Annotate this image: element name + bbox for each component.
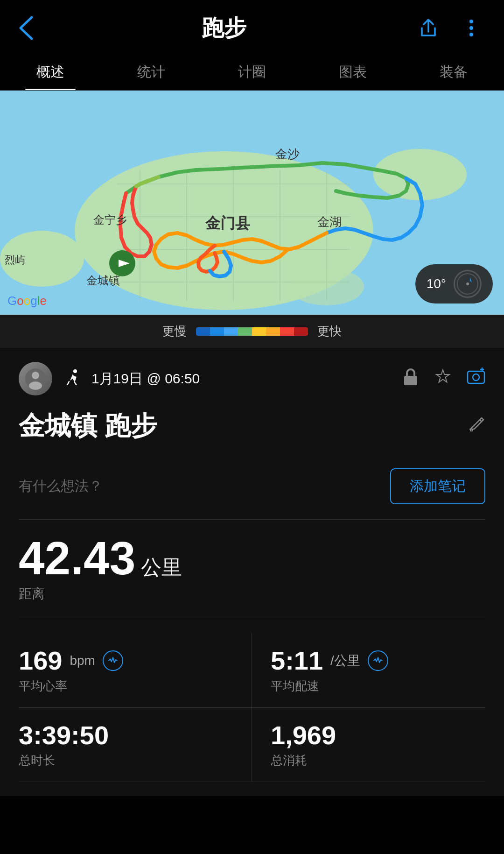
- header: 跑步: [0, 0, 504, 52]
- duration-value-row: 3:39:50: [19, 721, 233, 750]
- calories-value: 1,969: [271, 721, 336, 750]
- notes-row: 有什么想法？ 添加笔记: [19, 459, 485, 520]
- stats-grid: 169 bpm 平均心率 5:11 /公里: [19, 633, 485, 782]
- route-map: 金沙 金宁乡 金门县 金湖 金城镇 烈屿 Google 10°: [0, 91, 504, 315]
- tab-charts[interactable]: 图表: [302, 52, 403, 90]
- calories-label: 总消耗: [271, 752, 485, 769]
- svg-text:金沙: 金沙: [275, 147, 300, 161]
- activity-title: 金城镇 跑步: [19, 409, 157, 444]
- header-actions: [414, 14, 485, 42]
- pace-value: 5:11: [271, 646, 323, 675]
- activity-title-row: 金城镇 跑步: [19, 409, 485, 444]
- edit-title-button[interactable]: [469, 416, 485, 437]
- duration-cell: 3:39:50 总时长: [19, 708, 252, 783]
- activity-meta: 1月19日 @ 06:50: [19, 362, 485, 395]
- svg-point-29: [29, 381, 42, 390]
- compass-circle: [454, 270, 482, 298]
- svg-point-26: [466, 282, 469, 285]
- pace-label: 平均配速: [271, 678, 485, 694]
- compass-widget: 10°: [415, 264, 493, 303]
- calories-value-row: 1,969: [271, 721, 485, 750]
- activity-type-icon: [63, 368, 80, 389]
- svg-text:金湖: 金湖: [317, 215, 342, 229]
- tab-bar: 概述 统计 计圈 图表 装备: [0, 52, 504, 91]
- svg-point-1: [469, 26, 473, 30]
- pace-monitor-icon[interactable]: [368, 650, 388, 671]
- heart-rate-value-row: 169 bpm: [19, 646, 233, 675]
- heart-rate-monitor-icon[interactable]: [103, 650, 123, 671]
- tab-laps[interactable]: 计圈: [202, 52, 302, 90]
- lock-button[interactable]: [402, 367, 419, 390]
- speed-gradient-bar: [196, 327, 308, 336]
- add-photo-button[interactable]: [467, 367, 485, 390]
- svg-text:金宁乡: 金宁乡: [93, 213, 127, 226]
- more-button[interactable]: [457, 14, 485, 42]
- heart-rate-unit: bpm: [70, 653, 95, 668]
- slower-label: 更慢: [162, 323, 187, 339]
- svg-rect-31: [404, 376, 417, 385]
- tab-stats[interactable]: 统计: [101, 52, 202, 90]
- share-button[interactable]: [414, 14, 442, 42]
- distance-value-row: 42.43公里: [19, 535, 485, 581]
- svg-text:金门县: 金门县: [205, 215, 251, 232]
- page-title: 跑步: [202, 13, 246, 43]
- heart-rate-cell: 169 bpm 平均心率: [19, 633, 252, 708]
- duration-label: 总时长: [19, 752, 233, 769]
- distance-unit: 公里: [141, 556, 182, 579]
- svg-point-2: [469, 33, 473, 36]
- distance-value: 42.43: [19, 532, 135, 584]
- calories-cell: 1,969 总消耗: [252, 708, 485, 783]
- avatar: [19, 362, 52, 395]
- google-watermark: Google: [7, 294, 47, 308]
- speed-legend: 更慢 更快: [0, 315, 504, 348]
- notes-placeholder[interactable]: 有什么想法？: [19, 477, 103, 496]
- svg-point-30: [73, 369, 77, 373]
- favorite-button[interactable]: [434, 368, 452, 390]
- add-note-button[interactable]: 添加笔记: [390, 468, 485, 504]
- svg-rect-32: [468, 371, 484, 383]
- heart-rate-label: 平均心率: [19, 678, 233, 694]
- svg-text:金城镇: 金城镇: [86, 274, 120, 287]
- tab-overview[interactable]: 概述: [0, 52, 101, 90]
- duration-value: 3:39:50: [19, 721, 109, 750]
- svg-point-28: [32, 372, 39, 379]
- distance-label: 距离: [19, 585, 485, 603]
- activity-date: 1月19日 @ 06:50: [91, 369, 391, 388]
- back-button[interactable]: [19, 15, 34, 41]
- faster-label: 更快: [317, 323, 342, 339]
- distance-block: 42.43公里 距离: [19, 535, 485, 618]
- svg-point-33: [473, 374, 479, 381]
- pace-value-row: 5:11 /公里: [271, 646, 485, 675]
- svg-text:烈屿: 烈屿: [5, 254, 25, 266]
- pace-unit: /公里: [330, 652, 360, 670]
- pace-cell: 5:11 /公里 平均配速: [252, 633, 485, 708]
- tab-gear[interactable]: 装备: [403, 52, 504, 90]
- svg-point-0: [469, 20, 473, 23]
- activity-meta-icons: [402, 367, 485, 390]
- heart-rate-value: 169: [19, 646, 62, 675]
- activity-info: 1月19日 @ 06:50: [0, 348, 504, 796]
- compass-degree: 10°: [427, 276, 446, 291]
